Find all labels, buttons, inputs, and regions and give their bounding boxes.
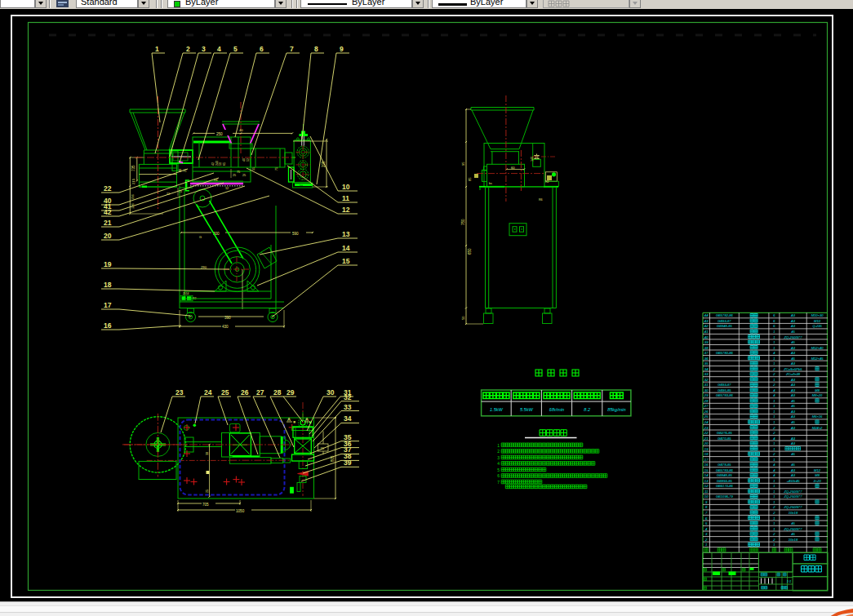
svg-text:A3: A3 xyxy=(790,468,796,472)
svg-text:A3: A3 xyxy=(790,426,796,430)
svg-text:19: 19 xyxy=(104,260,112,268)
svg-text:45: 45 xyxy=(791,521,795,525)
svg-text:5: 5 xyxy=(233,45,238,53)
svg-text:95: 95 xyxy=(461,162,465,166)
svg-text:8: 8 xyxy=(314,45,318,53)
svg-text:bs: bs xyxy=(489,182,492,185)
svg-text:8.2: 8.2 xyxy=(584,407,590,412)
svg-text:9: 9 xyxy=(340,45,344,53)
svg-text:17: 17 xyxy=(704,458,709,462)
svg-text:1: 1 xyxy=(155,45,159,53)
svg-text:50: 50 xyxy=(219,162,222,166)
svg-text:7: 7 xyxy=(290,45,294,53)
svg-text:GB848-85: GB848-85 xyxy=(717,324,732,328)
svg-text:GB93-87: GB93-87 xyxy=(717,383,731,387)
svg-text:38: 38 xyxy=(704,346,709,350)
svg-text:35: 35 xyxy=(252,167,255,171)
svg-text:24: 24 xyxy=(704,420,709,424)
svg-text:45: 45 xyxy=(791,340,795,344)
svg-text:GB893-85: GB893-85 xyxy=(717,479,732,483)
svg-text:75: 75 xyxy=(275,167,278,171)
svg-text:40: 40 xyxy=(239,128,243,132)
svg-text:1: 1 xyxy=(773,441,775,445)
svg-text:290: 290 xyxy=(201,265,207,269)
svg-text:156: 156 xyxy=(131,194,135,200)
svg-text:GB1096-79: GB1096-79 xyxy=(716,494,734,499)
svg-text:M12×40: M12×40 xyxy=(811,346,824,350)
svg-text:M10: M10 xyxy=(814,319,821,323)
svg-text:1: 1 xyxy=(773,404,775,408)
svg-text:GB93-87: GB93-87 xyxy=(717,319,731,323)
svg-text:1: 1 xyxy=(773,447,775,451)
svg-text:10: 10 xyxy=(704,494,709,499)
svg-text:ZQ-250/977: ZQ-250/977 xyxy=(784,527,803,531)
svg-text:240: 240 xyxy=(215,161,219,166)
svg-text:41: 41 xyxy=(704,330,709,334)
svg-text:26: 26 xyxy=(241,388,249,397)
svg-text:1: 1 xyxy=(773,490,775,494)
svg-text:52: 52 xyxy=(247,158,250,162)
svg-text:6: 6 xyxy=(497,473,500,478)
svg-text:45: 45 xyxy=(791,532,795,536)
svg-text:M12×45: M12×45 xyxy=(811,357,824,361)
svg-text:29: 29 xyxy=(704,393,709,397)
svg-text:1: 1 xyxy=(773,516,775,521)
svg-text:10: 10 xyxy=(342,183,350,191)
svg-text:735: 735 xyxy=(131,165,136,171)
svg-text:A3: A3 xyxy=(790,437,796,441)
svg-text:GB848-85: GB848-85 xyxy=(717,473,732,477)
svg-text:ZQ-250/977: ZQ-250/977 xyxy=(784,335,803,339)
svg-text:1Gr18: 1Gr18 xyxy=(789,511,798,515)
svg-text:22: 22 xyxy=(704,431,709,435)
svg-text:43: 43 xyxy=(704,319,709,323)
svg-text:5.5kW: 5.5kW xyxy=(520,407,533,412)
svg-text:1: 1 xyxy=(773,521,775,525)
svg-text:1:1: 1:1 xyxy=(787,579,792,583)
svg-text:A3: A3 xyxy=(790,473,796,477)
svg-text:A3: A3 xyxy=(790,410,796,414)
svg-text:M8: M8 xyxy=(815,388,820,392)
svg-text:R6: R6 xyxy=(539,198,543,202)
svg-text:A3: A3 xyxy=(790,383,796,387)
svg-text:45: 45 xyxy=(791,452,795,456)
svg-text:1: 1 xyxy=(773,330,775,334)
svg-text:15: 15 xyxy=(704,468,709,472)
svg-text:16: 16 xyxy=(104,321,112,330)
svg-text:1: 1 xyxy=(773,527,775,531)
svg-text:3: 3 xyxy=(202,45,206,53)
svg-text:4: 4 xyxy=(217,45,221,53)
svg-text:A3: A3 xyxy=(790,361,796,366)
svg-text:+45Gr45: +45Gr45 xyxy=(786,479,800,483)
svg-text:M8: M8 xyxy=(815,473,820,477)
svg-text:1: 1 xyxy=(773,378,775,382)
svg-text:R2: R2 xyxy=(545,180,549,184)
svg-text:4: 4 xyxy=(497,461,500,466)
svg-text:GB5780-86: GB5780-86 xyxy=(716,351,734,355)
svg-text:27: 27 xyxy=(704,404,709,408)
svg-text:Q-235: Q-235 xyxy=(812,324,822,328)
svg-text:M10×30: M10×30 xyxy=(811,313,824,317)
svg-text:28: 28 xyxy=(273,388,282,397)
svg-text:A3: A3 xyxy=(790,388,796,392)
svg-text:A3: A3 xyxy=(790,393,796,397)
svg-text:750: 750 xyxy=(461,219,465,225)
svg-text:21: 21 xyxy=(104,219,112,227)
svg-text:45: 45 xyxy=(791,404,795,408)
svg-text:1: 1 xyxy=(773,500,775,504)
svg-text:19: 19 xyxy=(704,447,709,451)
svg-text:3×20: 3×20 xyxy=(813,479,821,483)
svg-text:33: 33 xyxy=(344,403,352,411)
svg-text:22: 22 xyxy=(104,184,112,193)
svg-text:ZCuSn5Pb5: ZCuSn5Pb5 xyxy=(783,367,802,371)
svg-text:A3: A3 xyxy=(790,324,796,328)
svg-text:30: 30 xyxy=(206,452,209,455)
svg-text:A3: A3 xyxy=(790,319,796,323)
svg-text:2514: 2514 xyxy=(183,292,189,295)
svg-text:45: 45 xyxy=(791,463,795,467)
svg-text:6: 6 xyxy=(260,45,264,53)
svg-text:1: 1 xyxy=(773,340,775,344)
svg-text:39: 39 xyxy=(704,340,709,344)
svg-text:34: 34 xyxy=(704,367,709,371)
svg-text:250: 250 xyxy=(216,132,223,136)
svg-text:13: 13 xyxy=(342,230,350,238)
